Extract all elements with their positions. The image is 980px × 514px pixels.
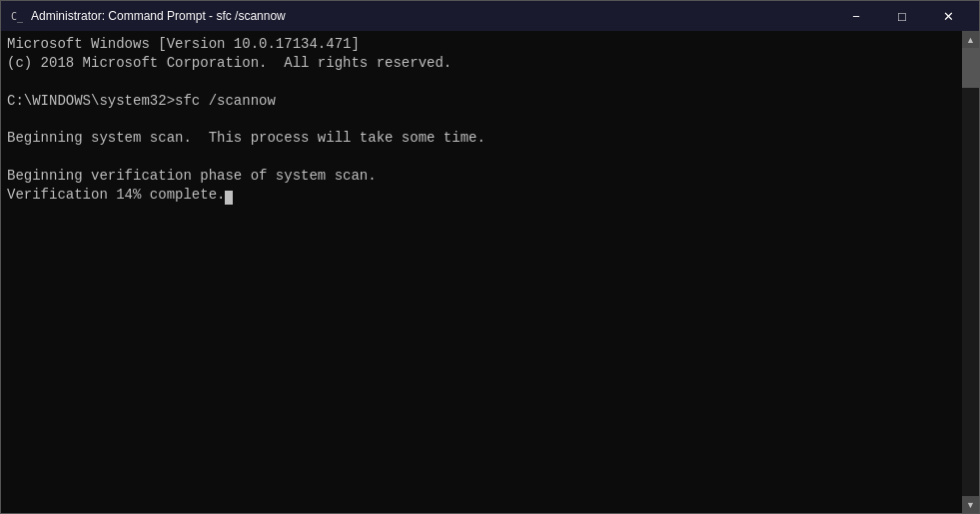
scrollbar-up-arrow[interactable]: ▲ (962, 31, 979, 48)
scrollbar-down-arrow[interactable]: ▼ (962, 496, 979, 513)
title-bar-text: Administrator: Command Prompt - sfc /sca… (31, 9, 833, 23)
maximize-button[interactable]: □ (879, 1, 925, 31)
terminal-body: Microsoft Windows [Version 10.0.17134.47… (1, 31, 979, 513)
cmd-icon: C_ (9, 8, 25, 24)
scrollbar-thumb[interactable] (962, 48, 979, 88)
title-bar-controls: − □ ✕ (833, 1, 971, 31)
title-bar: C_ Administrator: Command Prompt - sfc /… (1, 1, 979, 31)
cursor (225, 191, 233, 205)
svg-text:C_: C_ (11, 11, 24, 23)
scrollbar-track[interactable] (962, 48, 979, 496)
close-button[interactable]: ✕ (925, 1, 971, 31)
cmd-window: C_ Administrator: Command Prompt - sfc /… (0, 0, 980, 514)
minimize-button[interactable]: − (833, 1, 879, 31)
scrollbar: ▲ ▼ (962, 31, 979, 513)
terminal-content[interactable]: Microsoft Windows [Version 10.0.17134.47… (1, 31, 962, 513)
